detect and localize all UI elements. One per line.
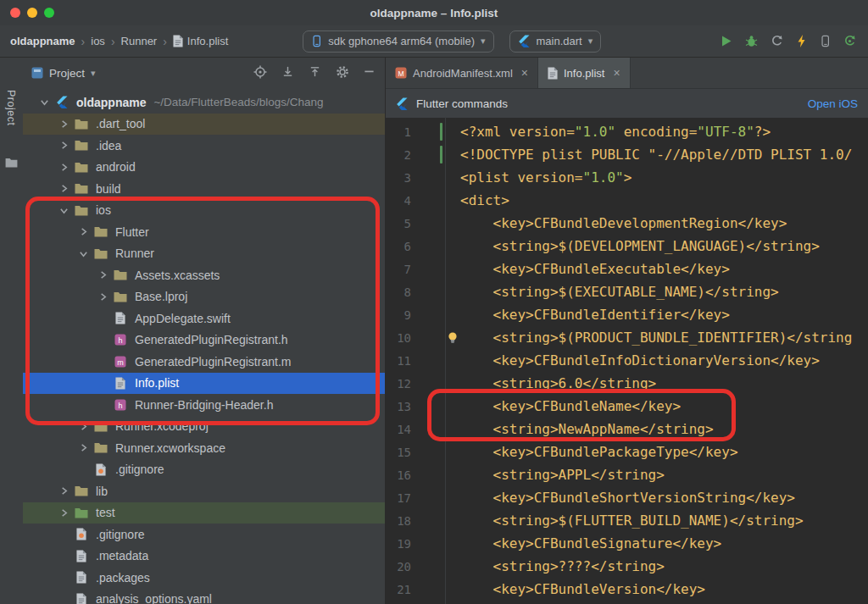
code-line[interactable]: 7 <key>CFBundleExecutable</key> <box>386 258 868 280</box>
code-line[interactable]: 10 <string>$(PRODUCT_BUNDLE_IDENTIFIER)<… <box>386 326 868 349</box>
tree-item-analysis-options-yaml[interactable]: analysis_options.yaml <box>23 589 385 604</box>
code-lines: 1<?xml version="1.0" encoding="UTF-8"?>2… <box>386 120 868 601</box>
settings-button[interactable] <box>336 65 349 81</box>
tree-item--metadata[interactable]: .metadata <box>23 546 385 568</box>
chevron-right-icon[interactable] <box>54 119 73 129</box>
code-editor[interactable]: 1<?xml version="1.0" encoding="UTF-8"?>2… <box>386 117 868 604</box>
hide-button[interactable] <box>364 66 375 80</box>
code-line[interactable]: 14 <string>NewAppName</string> <box>386 418 868 441</box>
chevron-right-icon[interactable] <box>74 422 92 431</box>
folder-icon <box>73 183 90 194</box>
tree-item-generatedpluginregistrant-h[interactable]: hGeneratedPluginRegistrant.h <box>23 330 385 352</box>
breadcrumb-item[interactable]: Runner <box>121 35 158 47</box>
code-line[interactable]: 8 <string>$(EXECUTABLE_NAME)</string> <box>386 280 868 303</box>
code-line[interactable]: 13 <key>CFBundleName</key> <box>386 395 868 418</box>
hot-reload-button[interactable] <box>796 35 807 47</box>
attach-debugger-button[interactable] <box>771 35 783 47</box>
device-selector[interactable]: sdk gphone64 arm64 (mobile) ▾ <box>303 30 493 53</box>
code-line[interactable]: 16 <string>APPL</string> <box>386 463 868 486</box>
tree-item-lib[interactable]: lib <box>23 480 385 502</box>
run-config-selector[interactable]: main.dart ▾ <box>509 30 602 53</box>
code-line[interactable]: 3<plist version="1.0"> <box>386 166 868 189</box>
folder-icon[interactable] <box>5 158 18 168</box>
code-line[interactable]: 12 <string>6.0</string> <box>386 372 868 395</box>
chevron-right-icon[interactable] <box>74 443 92 452</box>
code-line[interactable]: 2<!DOCTYPE plist PUBLIC "-//Apple//DTD P… <box>386 143 868 166</box>
chevron-down-icon: ▾ <box>481 36 486 47</box>
tree-item--packages[interactable]: .packages <box>23 567 385 589</box>
code-line[interactable]: 18 <string>$(FLUTTER_BUILD_NAME)</string… <box>386 509 868 532</box>
code-line[interactable]: 9 <key>CFBundleIdentifier</key> <box>386 303 868 326</box>
tree-item-info-plist[interactable]: Info.plist <box>23 373 385 395</box>
code-line[interactable]: 5 <key>CFBundleDevelopmentRegion</key> <box>386 212 868 235</box>
code-line[interactable]: 1<?xml version="1.0" encoding="UTF-8"?> <box>386 120 868 143</box>
tree-item-label: GeneratedPluginRegistrant.m <box>135 355 291 368</box>
run-button[interactable] <box>720 35 732 47</box>
zoom-window-button[interactable] <box>44 8 54 18</box>
close-tab-button[interactable]: × <box>521 66 528 80</box>
tree-item-label: .gitignore <box>115 463 164 476</box>
minimize-window-button[interactable] <box>27 8 37 18</box>
line-number: 4 <box>386 194 411 208</box>
chevron-right-icon[interactable] <box>54 184 73 193</box>
breadcrumb-label: oldappname <box>10 35 75 47</box>
tree-item--gitignore[interactable]: .gitignore <box>23 524 385 546</box>
tree-item-runner[interactable]: Runner <box>23 243 385 265</box>
close-window-button[interactable] <box>10 8 20 18</box>
code-line[interactable]: 19 <key>CFBundleSignature</key> <box>386 532 868 555</box>
locate-button[interactable] <box>253 65 267 81</box>
lightbulb-icon[interactable] <box>445 331 460 344</box>
code-text: <key>CFBundleVersion</key> <box>460 581 705 597</box>
breadcrumb-item[interactable]: Info.plist <box>173 35 228 47</box>
tab-info-plist[interactable]: Info.plist× <box>538 58 631 88</box>
chevron-right-icon[interactable] <box>54 486 73 496</box>
folder-icon <box>92 248 109 259</box>
chevron-right-icon[interactable] <box>93 270 112 280</box>
breadcrumb-item[interactable]: oldappname <box>10 35 75 47</box>
tree-item-runner-xcodeproj[interactable]: Runner.xcodeproj <box>23 416 385 438</box>
chevron-down-icon[interactable] <box>54 206 73 215</box>
tree-item-android[interactable]: android <box>23 157 385 179</box>
profiler-button[interactable] <box>843 35 856 47</box>
code-line[interactable]: 20 <string>????</string> <box>386 555 868 578</box>
tree-item-appdelegate-swift[interactable]: AppDelegate.swift <box>23 308 385 330</box>
debug-button[interactable] <box>745 35 758 47</box>
tree-item-runner-bridging-header-h[interactable]: hRunner-Bridging-Header.h <box>23 394 385 416</box>
code-line[interactable]: 17 <key>CFBundleShortVersionString</key> <box>386 486 868 509</box>
expand-all-button[interactable] <box>281 65 294 80</box>
code-line[interactable]: 11 <key>CFBundleInfoDictionaryVersion</k… <box>386 349 868 372</box>
project-tool-stripe: Project <box>0 58 24 604</box>
tree-item--gitignore[interactable]: .gitignore <box>23 459 385 481</box>
chevron-right-icon[interactable] <box>54 508 73 518</box>
close-tab-button[interactable]: × <box>613 66 620 80</box>
tree-item-ios[interactable]: ios <box>23 200 385 222</box>
chevron-right-icon[interactable] <box>54 141 73 150</box>
tree-item-oldappname[interactable]: oldappname~/Data/FlutterBeads/blogs/Chan… <box>23 91 385 114</box>
project-stripe-button[interactable]: Project <box>5 90 17 125</box>
tree-item--idea[interactable]: .idea <box>23 135 385 157</box>
code-line[interactable]: 15 <key>CFBundlePackageType</key> <box>386 441 868 463</box>
code-line[interactable]: 6 <string>$(DEVELOPMENT_LANGUAGE)</strin… <box>386 235 868 258</box>
file-git-icon <box>73 528 90 540</box>
chevron-right-icon[interactable] <box>54 163 73 172</box>
collapse-all-button[interactable] <box>309 65 321 80</box>
devtools-button[interactable] <box>820 35 831 47</box>
tree-item-base-lproj[interactable]: Base.lproj <box>23 286 385 308</box>
code-line[interactable]: 21 <key>CFBundleVersion</key> <box>386 578 868 601</box>
chevron-right-icon[interactable] <box>93 292 112 302</box>
chevron-right-icon[interactable] <box>74 227 92 236</box>
chevron-down-icon[interactable] <box>74 249 92 258</box>
code-line[interactable]: 4<dict> <box>386 189 868 212</box>
tree-item-assets-xcassets[interactable]: Assets.xcassets <box>23 264 385 286</box>
tree-item-runner-xcworkspace[interactable]: Runner.xcworkspace <box>23 437 385 459</box>
chevron-down-icon[interactable] <box>35 97 53 107</box>
project-view-title[interactable]: Project <box>49 67 85 80</box>
tree-item-build[interactable]: build <box>23 178 385 200</box>
tree-item--dart-tool[interactable]: .dart_tool <box>23 114 385 136</box>
tab-androidmanifest-xml[interactable]: MAndroidManifest.xml× <box>386 58 538 88</box>
tree-item-test[interactable]: test <box>23 502 385 524</box>
open-ios-link[interactable]: Open iOS <box>808 97 858 110</box>
tree-item-generatedpluginregistrant-m[interactable]: mGeneratedPluginRegistrant.m <box>23 351 385 373</box>
tree-item-flutter[interactable]: Flutter <box>23 221 385 243</box>
breadcrumb-item[interactable]: ios <box>91 35 105 47</box>
